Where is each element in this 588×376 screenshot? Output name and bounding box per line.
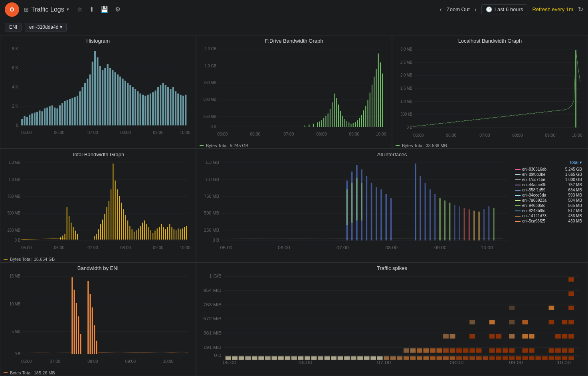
settings-icon[interactable]: ⚙ [115, 6, 121, 13]
zoom-forward-button[interactable]: › [475, 6, 477, 13]
svg-text:10:00: 10:00 [557, 360, 570, 365]
fdrive-legend-dot [200, 145, 204, 146]
svg-text:09:00: 09:00 [545, 132, 555, 138]
save-icon[interactable]: 💾 [101, 6, 109, 13]
svg-rect-326 [285, 356, 290, 360]
grafana-logo[interactable] [5, 2, 19, 17]
svg-rect-327 [291, 356, 297, 360]
svg-rect-63 [147, 95, 148, 126]
svg-rect-130 [380, 63, 381, 127]
svg-rect-69 [162, 83, 164, 126]
svg-rect-397 [509, 334, 515, 339]
grid-icon: ⊞ [24, 6, 29, 13]
svg-rect-100 [317, 122, 318, 127]
svg-rect-34 [74, 97, 76, 125]
svg-text:750 MB: 750 MB [7, 194, 20, 199]
traffic-spikes-title: Traffic spikes [200, 265, 584, 271]
svg-rect-271 [483, 209, 485, 240]
total-bw-chart: 1.3 GB 1.0 GB 750 MB 500 MB 250 MB 0 B [4, 158, 192, 256]
legend-item: eni-d9f6b3be 1.665 GB [515, 172, 582, 177]
svg-rect-27 [56, 108, 58, 126]
svg-text:05:00: 05:00 [223, 360, 236, 365]
svg-rect-124 [367, 100, 368, 127]
svg-rect-333 [331, 356, 337, 360]
svg-rect-99 [313, 124, 314, 127]
svg-rect-123 [365, 106, 366, 127]
legend-line [515, 205, 521, 206]
svg-rect-396 [496, 334, 501, 339]
svg-text:1.0 MB: 1.0 MB [400, 99, 412, 104]
svg-rect-220 [178, 228, 178, 240]
svg-text:07:00: 07:00 [87, 130, 98, 135]
svg-rect-364 [535, 356, 541, 360]
svg-text:05:00: 05:00 [21, 245, 32, 250]
localhost-legend: Bytes Total: 33.538 MB [396, 142, 584, 149]
svg-rect-198 [132, 229, 133, 240]
svg-rect-289 [74, 290, 75, 354]
svg-rect-384 [503, 348, 508, 353]
svg-rect-106 [330, 109, 331, 127]
svg-rect-348 [430, 356, 436, 360]
svg-rect-131 [382, 73, 383, 127]
legend-value: 5.245 GB [565, 167, 582, 171]
localhost-title: Localhost Bandwidth Graph [396, 38, 584, 44]
svg-text:750 MB: 750 MB [204, 194, 219, 199]
svg-rect-38 [84, 83, 86, 126]
svg-rect-186 [107, 207, 107, 240]
svg-text:250 MB: 250 MB [7, 228, 20, 232]
svg-rect-172 [62, 236, 63, 240]
svg-rect-40 [89, 75, 91, 126]
svg-rect-389 [555, 348, 561, 353]
eni-value-dropdown[interactable]: eni-310dda4d ▾ [25, 23, 67, 31]
svg-rect-273 [493, 208, 495, 240]
localhost-chart: 3.0 MB 2.5 MB 2.0 MB 1.5 MB 1.0 MB 500 k… [396, 45, 584, 142]
svg-rect-117 [353, 123, 354, 127]
svg-rect-359 [503, 356, 508, 360]
legend-line [515, 169, 521, 170]
svg-text:09:00: 09:00 [125, 359, 136, 364]
share-icon[interactable]: ⬆ [89, 6, 94, 13]
localhost-chart-container: 3.0 MB 2.5 MB 2.0 MB 1.5 MB 1.0 MB 500 k… [396, 45, 584, 142]
eni-label: ENI [9, 24, 17, 30]
eni-filter-tag[interactable]: ENI [5, 23, 22, 31]
dashboard-title[interactable]: ⊞ Traffic Logs ▾ [24, 6, 69, 13]
svg-rect-382 [489, 348, 495, 353]
svg-rect-404 [489, 320, 495, 324]
legend-value: 584 MB [568, 198, 582, 203]
star-icon[interactable]: ☆ [77, 6, 83, 13]
svg-rect-250 [380, 189, 382, 240]
svg-rect-22 [44, 108, 46, 126]
svg-rect-335 [344, 356, 350, 360]
svg-rect-223 [184, 227, 185, 240]
svg-rect-265 [454, 205, 455, 240]
svg-rect-180 [94, 236, 95, 240]
svg-rect-323 [265, 356, 271, 360]
svg-rect-55 [127, 83, 129, 126]
svg-rect-376 [443, 348, 449, 353]
svg-rect-174 [67, 207, 67, 240]
svg-rect-187 [109, 201, 109, 240]
svg-rect-395 [489, 334, 495, 339]
svg-rect-392 [443, 334, 449, 339]
svg-rect-296 [94, 325, 95, 354]
localhost-legend-dot [396, 145, 400, 146]
zoom-out-label[interactable]: Zoom Out [447, 6, 470, 12]
time-range-picker[interactable]: 🕐 Last 6 hours [481, 4, 528, 14]
svg-rect-23 [46, 108, 48, 126]
time-range-label: Last 6 hours [495, 6, 523, 12]
svg-rect-270 [478, 212, 480, 240]
svg-rect-183 [100, 224, 101, 240]
all-interfaces-panel: All interfaces 1.3 GB 1.0 GB 750 MB 500 … [196, 149, 588, 262]
all-interfaces-legend-header[interactable]: total ▾ [515, 160, 582, 165]
all-interfaces-title: All interfaces [200, 152, 584, 157]
refresh-rate-label[interactable]: Refresh every 1m [532, 6, 573, 12]
refresh-icon[interactable]: ↻ [578, 6, 583, 13]
zoom-back-button[interactable]: ‹ [440, 6, 441, 13]
svg-text:500 kB: 500 kB [401, 112, 413, 117]
svg-rect-381 [476, 348, 482, 353]
svg-rect-48 [109, 68, 111, 126]
legend-item: eni-558f1d59 634 MB [515, 187, 582, 193]
svg-rect-332 [325, 356, 330, 360]
svg-rect-13 [21, 119, 23, 125]
svg-rect-371 [410, 348, 416, 353]
